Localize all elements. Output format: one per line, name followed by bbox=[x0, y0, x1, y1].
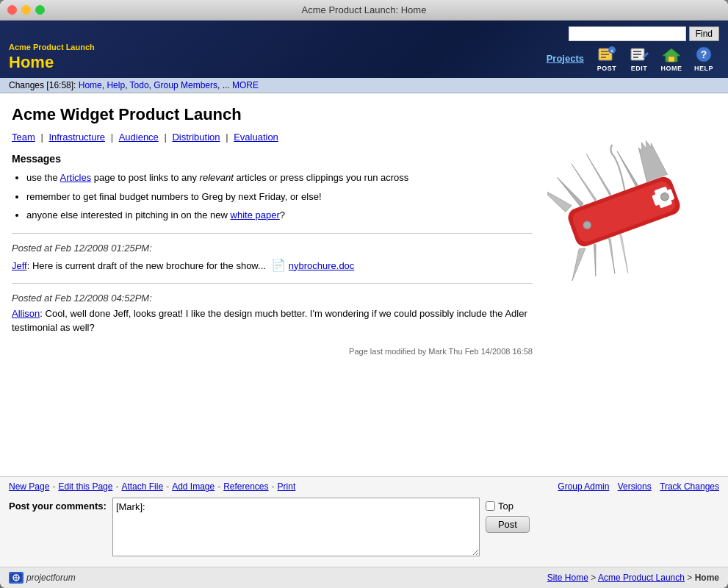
breadcrumb-acme[interactable]: Acme Product Launch bbox=[598, 573, 685, 583]
articles-link[interactable]: Articles bbox=[60, 172, 92, 183]
post-label: POST bbox=[597, 65, 617, 72]
knife-illustration bbox=[547, 112, 709, 333]
bottom-bar: projectforum Site Home > Acme Product La… bbox=[0, 567, 728, 588]
nav-post[interactable]: + POST bbox=[591, 44, 622, 72]
nav-link-infrastructure[interactable]: Infrastructure bbox=[48, 132, 105, 143]
svg-marker-22 bbox=[547, 179, 573, 217]
toolbar-link-todo[interactable]: Todo bbox=[130, 80, 149, 90]
edit-icon bbox=[627, 44, 651, 65]
svg-marker-29 bbox=[602, 237, 622, 273]
header: Acme Product Launch Home Find Projects bbox=[0, 21, 728, 78]
minimize-button[interactable] bbox=[21, 5, 31, 15]
nav-link-evaluation[interactable]: Evaluation bbox=[234, 132, 278, 143]
search-button[interactable]: Find bbox=[689, 26, 719, 41]
content-area: Acme Widget Product Launch Team | Infras… bbox=[12, 105, 716, 356]
page-title-header: Home bbox=[9, 53, 95, 72]
footer-attach-file[interactable]: Attach File bbox=[121, 481, 163, 492]
messages-heading: Messages bbox=[12, 153, 533, 165]
help-label: HELP bbox=[694, 65, 713, 72]
file-icon: 📄 bbox=[271, 259, 286, 271]
search-input[interactable] bbox=[569, 26, 686, 41]
logo-text: projectforum bbox=[26, 573, 76, 583]
post-author-jeff[interactable]: Jeff bbox=[12, 260, 27, 271]
home-label: HOME bbox=[661, 65, 682, 72]
nav-edit[interactable]: EDIT bbox=[624, 44, 655, 72]
top-checkbox-label[interactable]: Top bbox=[486, 501, 513, 512]
svg-text:?: ? bbox=[701, 49, 707, 60]
footer-new-page[interactable]: New Page bbox=[9, 481, 49, 492]
changes-prefix: Changes [16:58]: bbox=[9, 80, 76, 90]
file-link-nybrochure[interactable]: nybrochure.doc bbox=[289, 259, 355, 273]
close-button[interactable] bbox=[7, 5, 17, 15]
breadcrumb-current: Home bbox=[695, 573, 719, 583]
help-icon: ? bbox=[692, 44, 716, 65]
footer-edit-page[interactable]: Edit this Page bbox=[58, 481, 112, 492]
window-title: Acme Product Launch: Home bbox=[302, 4, 427, 15]
nav-home[interactable]: HOME bbox=[656, 44, 687, 72]
post-entry-2: Posted at Feb 12/2008 04:52PM: Allison: … bbox=[12, 293, 533, 335]
comment-right: [Mark]: Top Post bbox=[112, 498, 719, 556]
nav-help[interactable]: ? HELP bbox=[688, 44, 719, 72]
breadcrumb-nav: Site Home > Acme Product Launch > Home bbox=[547, 573, 719, 583]
maximize-button[interactable] bbox=[35, 5, 45, 15]
list-item: anyone else interested in pitching in on… bbox=[26, 208, 533, 223]
footer-track-changes[interactable]: Track Changes bbox=[660, 481, 719, 492]
post-date-1: Posted at Feb 12/2008 01:25PM: bbox=[12, 243, 533, 254]
footer-area: New Page - Edit this Page - Attach File … bbox=[0, 476, 728, 567]
logo-area: projectforum bbox=[9, 572, 76, 584]
toolbar-link-help[interactable]: Help bbox=[107, 80, 125, 90]
svg-rect-13 bbox=[668, 57, 674, 62]
post-date-2: Posted at Feb 12/2008 04:52PM: bbox=[12, 293, 533, 304]
content-left: Acme Widget Product Launch Team | Infras… bbox=[12, 105, 533, 356]
post-author-allison[interactable]: Allison bbox=[12, 308, 40, 319]
post-content-2: Allison: Cool, well done Jeff, looks gre… bbox=[12, 306, 533, 335]
divider-2 bbox=[12, 283, 533, 284]
list-item: remember to get final budget numbers to … bbox=[26, 190, 533, 204]
top-label: Top bbox=[498, 501, 513, 512]
svg-marker-30 bbox=[615, 234, 635, 273]
comment-buttons: Top Post bbox=[486, 498, 530, 556]
footer-links: New Page - Edit this Page - Attach File … bbox=[9, 481, 719, 492]
post-content-1: Jeff: Here is current draft of the new b… bbox=[12, 257, 533, 274]
messages-section: Messages use the Articles page to post l… bbox=[12, 153, 533, 223]
page-main-title: Acme Widget Product Launch bbox=[12, 105, 533, 124]
search-area: Find bbox=[569, 26, 719, 41]
nav-link-distribution[interactable]: Distribution bbox=[172, 132, 220, 143]
header-nav: Projects + POST bbox=[547, 44, 719, 72]
divider-1 bbox=[12, 233, 533, 234]
toolbar-bar: Changes [16:58]: Home, Help, Todo, Group… bbox=[0, 78, 728, 93]
footer-links-left: New Page - Edit this Page - Attach File … bbox=[9, 481, 295, 492]
content-right bbox=[540, 105, 716, 356]
projects-link[interactable]: Projects bbox=[547, 53, 584, 64]
nav-link-audience[interactable]: Audience bbox=[119, 132, 159, 143]
post-button[interactable]: Post bbox=[486, 516, 530, 533]
footer-versions[interactable]: Versions bbox=[618, 481, 652, 492]
post-entry-1: Posted at Feb 12/2008 01:25PM: Jeff: Her… bbox=[12, 243, 533, 274]
comment-textarea[interactable]: [Mark]: bbox=[112, 498, 480, 556]
header-left: Acme Product Launch Home bbox=[9, 43, 95, 72]
post-icon: + bbox=[595, 44, 619, 65]
page-nav: Team | Infrastructure | Audience | Distr… bbox=[12, 132, 533, 143]
white-paper-link[interactable]: white paper bbox=[231, 209, 280, 220]
footer-print[interactable]: Print bbox=[278, 481, 296, 492]
toolbar-link-home[interactable]: Home bbox=[79, 80, 102, 90]
home-icon bbox=[660, 44, 683, 65]
window: Acme Product Launch: Home Acme Product L… bbox=[0, 0, 728, 588]
window-controls bbox=[7, 5, 45, 15]
footer-links-right: Group Admin Versions Track Changes bbox=[552, 481, 719, 492]
top-checkbox[interactable] bbox=[486, 501, 495, 511]
edit-label: EDIT bbox=[631, 65, 648, 72]
title-bar: Acme Product Launch: Home bbox=[0, 0, 728, 21]
footer-add-image[interactable]: Add Image bbox=[172, 481, 215, 492]
list-item: use the Articles page to post links to a… bbox=[26, 171, 533, 185]
page-modified: Page last modified by Mark Thu Feb 14/20… bbox=[12, 344, 533, 356]
nav-link-team[interactable]: Team bbox=[12, 132, 35, 143]
logo-icon bbox=[9, 572, 24, 584]
footer-references[interactable]: References bbox=[223, 481, 268, 492]
footer-group-admin[interactable]: Group Admin bbox=[558, 481, 609, 492]
toolbar-more-link[interactable]: MORE bbox=[232, 80, 259, 90]
breadcrumb-site-home[interactable]: Site Home bbox=[547, 573, 588, 583]
comment-area: Post your comments: [Mark]: Top Post bbox=[9, 498, 719, 556]
toolbar-link-group-members[interactable]: Group Members bbox=[154, 80, 217, 90]
messages-list: use the Articles page to post links to a… bbox=[26, 171, 533, 223]
